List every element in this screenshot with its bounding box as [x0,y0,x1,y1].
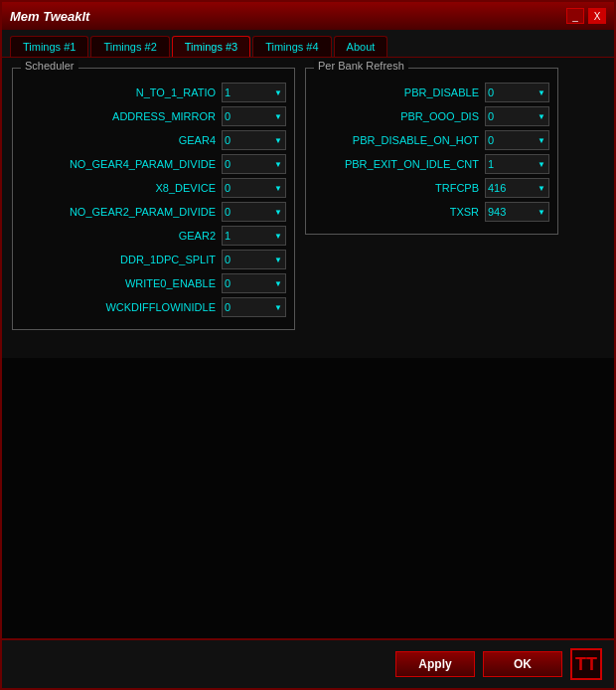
ok-button[interactable]: OK [483,651,562,677]
param-label: DDR_1DPC_SPLIT [21,254,216,265]
table-row: NO_GEAR2_PARAM_DIVIDE0 [21,202,286,222]
select-wrapper: 0 [222,297,286,317]
param-label: WCKDIFFLOWINIDLE [21,301,216,313]
table-row: WCKDIFFLOWINIDLE0 [21,297,286,317]
param-label: PBR_DISABLE [314,86,479,98]
table-row: DDR_1DPC_SPLIT0 [21,250,286,269]
table-row: TRFCPB416 [314,178,549,198]
param-select[interactable]: 0 [222,178,286,198]
table-row: N_TO_1_RATIO1 [21,83,286,102]
scheduler-rows: N_TO_1_RATIO1ADDRESS_MIRROR0GEAR40NO_GEA… [21,83,286,317]
param-select[interactable]: 0 [222,297,286,317]
select-wrapper: 0 [222,130,286,150]
scheduler-title: Scheduler [21,60,78,72]
tab-timings1[interactable]: Timings #1 [10,36,88,57]
table-row: PBR_DISABLE_ON_HOT0 [314,130,549,150]
select-wrapper: 0 [222,202,286,222]
select-wrapper: 0 [222,250,286,269]
param-label: NO_GEAR2_PARAM_DIVIDE [21,206,216,218]
select-wrapper: 0 [222,154,286,174]
select-wrapper: 0 [485,106,549,126]
table-row: GEAR21 [21,226,286,246]
empty-area [2,358,614,638]
select-wrapper: 416 [485,178,549,198]
param-label: TRFCPB [314,182,479,194]
param-select[interactable]: 416 [485,178,549,198]
logo-icon: TT [570,648,602,680]
param-label: N_TO_1_RATIO [21,86,216,98]
select-wrapper: 0 [222,106,286,126]
window-title: Mem TweakIt [10,9,89,24]
select-wrapper: 1 [222,226,286,246]
param-label: PBR_DISABLE_ON_HOT [314,134,479,146]
param-select[interactable]: 0 [222,250,286,269]
table-row: PBR_EXIT_ON_IDLE_CNT1 [314,154,549,174]
title-bar: Mem TweakIt _ X [2,2,614,30]
param-select[interactable]: 0 [222,273,286,293]
select-wrapper: 1 [485,154,549,174]
param-label: X8_DEVICE [21,182,216,194]
table-row: X8_DEVICE0 [21,178,286,198]
table-row: ADDRESS_MIRROR0 [21,106,286,126]
apply-button[interactable]: Apply [395,651,475,677]
tab-bar: Timings #1 Timings #2 Timings #3 Timings… [2,30,614,58]
param-label: ADDRESS_MIRROR [21,110,216,122]
close-button[interactable]: X [588,8,606,24]
param-label: GEAR2 [21,230,216,242]
tab-timings4[interactable]: Timings #4 [252,36,331,57]
select-wrapper: 943 [485,202,549,222]
param-label: NO_GEAR4_PARAM_DIVIDE [21,158,216,170]
param-select[interactable]: 0 [222,202,286,222]
table-row: TXSR943 [314,202,549,222]
pbr-title: Per Bank Refresh [314,60,408,72]
table-row: GEAR40 [21,130,286,150]
minimize-button[interactable]: _ [566,8,584,24]
param-select[interactable]: 0 [485,106,549,126]
select-wrapper: 0 [222,178,286,198]
table-row: PBR_DISABLE0 [314,83,549,102]
param-select[interactable]: 0 [485,130,549,150]
window-controls: _ X [566,8,606,24]
param-select[interactable]: 1 [485,154,549,174]
content-area: Scheduler N_TO_1_RATIO1ADDRESS_MIRROR0GE… [2,58,614,358]
select-wrapper: 0 [222,273,286,293]
param-label: TXSR [314,206,479,218]
param-select[interactable]: 0 [222,130,286,150]
tab-about[interactable]: About [334,36,388,57]
select-wrapper: 0 [485,130,549,150]
footer: Apply OK TT [2,638,614,688]
param-select[interactable]: 0 [222,154,286,174]
param-select[interactable]: 1 [222,83,286,102]
param-label: PBR_EXIT_ON_IDLE_CNT [314,158,479,170]
select-wrapper: 1 [222,83,286,102]
per-bank-refresh-group: Per Bank Refresh PBR_DISABLE0PBR_OOO_DIS… [305,68,558,235]
scheduler-group: Scheduler N_TO_1_RATIO1ADDRESS_MIRROR0GE… [12,68,295,330]
main-window: Mem TweakIt _ X Timings #1 Timings #2 Ti… [0,0,616,690]
pbr-rows: PBR_DISABLE0PBR_OOO_DIS0PBR_DISABLE_ON_H… [314,83,549,222]
param-label: PBR_OOO_DIS [314,110,479,122]
tab-timings2[interactable]: Timings #2 [90,36,169,57]
table-row: WRITE0_ENABLE0 [21,273,286,293]
param-label: WRITE0_ENABLE [21,277,216,289]
table-row: PBR_OOO_DIS0 [314,106,549,126]
param-select[interactable]: 943 [485,202,549,222]
table-row: NO_GEAR4_PARAM_DIVIDE0 [21,154,286,174]
param-select[interactable]: 0 [222,106,286,126]
param-select[interactable]: 1 [222,226,286,246]
select-wrapper: 0 [485,83,549,102]
param-select[interactable]: 0 [485,83,549,102]
param-label: GEAR4 [21,134,216,146]
tab-timings3[interactable]: Timings #3 [172,36,250,57]
